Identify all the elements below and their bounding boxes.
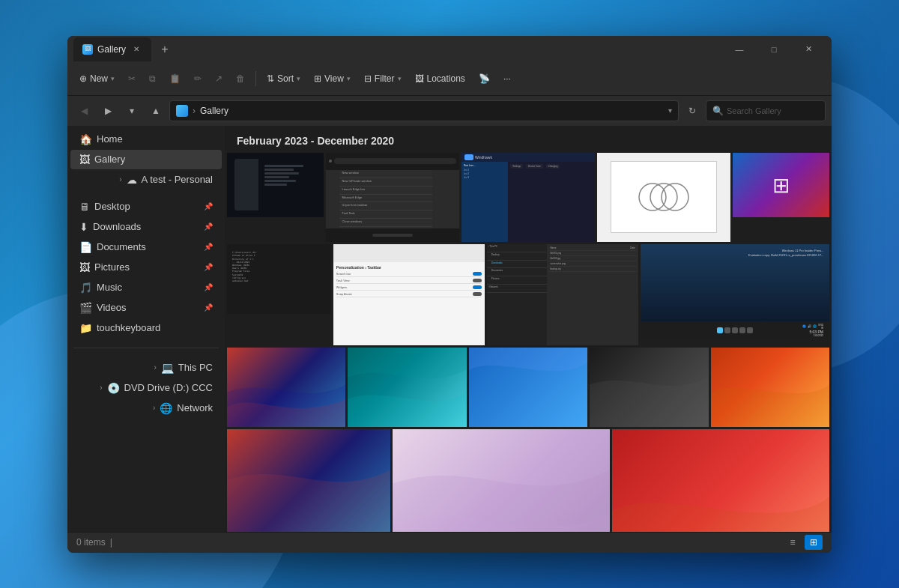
share-icon: ↗: [215, 73, 223, 84]
wallpaper-orange[interactable]: [711, 348, 829, 427]
atest-chevron-icon: ›: [119, 175, 121, 184]
sidebar-item-thispc[interactable]: › 💻 This PC: [70, 358, 222, 378]
view-button[interactable]: ⊞ View ▾: [308, 67, 357, 91]
sidebar-item-videos[interactable]: 🎬 Videos 📌: [70, 298, 222, 318]
sidebar: 🏠 Home 🖼 Gallery › ☁ A test - Personal 🖥…: [67, 126, 225, 532]
sort-icon: ⇅: [267, 73, 274, 84]
thispc-chevron-icon: ›: [154, 363, 156, 372]
sidebar-item-music[interactable]: 🎵 Music 📌: [70, 278, 222, 297]
sidebar-item-pictures[interactable]: 🖼 Pictures 📌: [70, 258, 222, 277]
minimize-button[interactable]: —: [722, 36, 757, 63]
list-view-button[interactable]: ≡: [784, 535, 802, 550]
address-input[interactable]: › Gallery ▾: [169, 100, 679, 121]
sidebar-item-home[interactable]: 🏠 Home: [70, 130, 222, 149]
network-chevron-icon: ›: [153, 404, 155, 412]
copy-icon: ⧉: [149, 73, 156, 84]
tab-close-button[interactable]: ✕: [130, 43, 142, 55]
wallpaper-row-2: [225, 429, 832, 531]
file-explorer-window: 🖼 Gallery ✕ + — □ ✕ ⊕ New ▾ ✂ ⧉ 📋 ✏: [67, 36, 832, 553]
view-label: View: [324, 73, 344, 84]
photo-item-3[interactable]: Windhawk Rate from... List 1 List 2 Li: [461, 153, 595, 242]
paste-button[interactable]: 📋: [163, 67, 187, 91]
cut-button[interactable]: ✂: [122, 67, 142, 91]
photo-item-8[interactable]: › This PC Desktop Downloads Documents Pi…: [487, 244, 638, 345]
new-button[interactable]: ⊕ New ▾: [73, 67, 121, 91]
new-tab-button[interactable]: +: [154, 39, 175, 60]
gallery-tab[interactable]: 🖼 Gallery ✕: [73, 37, 151, 61]
filter-button[interactable]: ⊟ Filter ▾: [358, 67, 408, 91]
close-button[interactable]: ✕: [791, 36, 826, 63]
content-scroll[interactable]: February 2023 - December 2020: [225, 126, 832, 532]
wallpaper-dark[interactable]: [590, 348, 708, 427]
share-button[interactable]: ↗: [209, 67, 228, 91]
grid-view-button[interactable]: ⊞: [805, 535, 823, 550]
wallpaper-red[interactable]: [612, 429, 829, 531]
back-button[interactable]: ◀: [73, 100, 94, 121]
refresh-button[interactable]: ↻: [682, 100, 703, 121]
gallery-icon: 🖼: [79, 154, 90, 166]
new-icon: ⊕: [79, 73, 87, 84]
delete-icon: 🗑: [236, 73, 245, 84]
search-box[interactable]: 🔍 Search Gallery: [706, 100, 826, 121]
network-icon-btn[interactable]: 📡: [473, 67, 496, 91]
wallpaper-blue2[interactable]: [469, 348, 587, 427]
forward-button[interactable]: ▶: [97, 100, 118, 121]
thispc-icon: 💻: [161, 362, 174, 374]
sidebar-item-atest[interactable]: › ☁ A test - Personal: [70, 170, 222, 190]
photo-item-2[interactable]: New window New InPrivate window Launch E…: [326, 153, 459, 242]
photo-item-9[interactable]: Windows 11 Pro Insider Previ... Evaluati…: [641, 244, 829, 345]
sidebar-music-label: Music: [97, 282, 122, 293]
downloads-pin-icon: 📌: [204, 222, 213, 231]
documents-pin-icon: 📌: [204, 243, 213, 251]
filter-icon: ⊟: [364, 73, 372, 84]
sidebar-item-dvd[interactable]: › 💿 DVD Drive (D:) CCC: [70, 378, 222, 398]
photo-item-4[interactable]: [597, 153, 730, 242]
sort-label: Sort: [277, 73, 294, 84]
filter-label: Filter: [375, 73, 395, 84]
videos-icon: 🎬: [79, 302, 92, 314]
locations-button[interactable]: 🖼 Locations: [409, 67, 471, 91]
sidebar-item-touchkeyboard[interactable]: 📁 touchkeyboard: [70, 318, 222, 338]
delete-button[interactable]: 🗑: [230, 67, 251, 91]
sidebar-documents-label: Documents: [97, 241, 146, 252]
recent-button[interactable]: ▾: [121, 100, 142, 121]
copy-button[interactable]: ⧉: [143, 67, 162, 91]
address-dropdown-icon[interactable]: ▾: [668, 106, 672, 115]
wallpaper-lilac[interactable]: [393, 429, 610, 531]
photo-item-6[interactable]: C:\Users\user> dir Volume in drive C Dir…: [227, 244, 331, 345]
sort-button[interactable]: ⇅ Sort ▾: [261, 67, 306, 91]
address-separator: ›: [193, 106, 196, 116]
photo-item-1[interactable]: [227, 153, 324, 242]
address-bar: ◀ ▶ ▾ ▲ › Gallery ▾ ↻ 🔍 Search Gallery: [67, 96, 832, 126]
photo-item-7[interactable]: Personalization › Taskbar Search bar Tas…: [333, 244, 485, 345]
sidebar-pictures-label: Pictures: [94, 261, 130, 273]
sidebar-thispc-label: This PC: [178, 362, 213, 373]
wallpaper-row-1: [225, 348, 832, 429]
pictures-pin-icon: 📌: [204, 263, 213, 271]
dvd-chevron-icon: ›: [100, 384, 102, 392]
sidebar-item-gallery[interactable]: 🖼 Gallery: [70, 150, 222, 169]
sidebar-atest-label: A test - Personal: [142, 174, 213, 185]
wallpaper-teal[interactable]: [348, 348, 466, 427]
svg-point-1: [650, 184, 677, 210]
home-icon: 🏠: [79, 133, 92, 145]
sidebar-gap-2: [67, 339, 225, 345]
wallpaper-blue-red2[interactable]: [227, 429, 390, 531]
rename-button[interactable]: ✏: [188, 67, 208, 91]
sidebar-item-desktop[interactable]: 🖥 Desktop 📌: [70, 197, 222, 216]
maximize-button[interactable]: □: [757, 36, 791, 63]
new-label: New: [90, 73, 108, 84]
up-button[interactable]: ▲: [145, 100, 166, 121]
wallpaper-blue-red[interactable]: [227, 348, 345, 427]
sidebar-item-downloads[interactable]: ⬇ Downloads 📌: [70, 217, 222, 237]
more-button[interactable]: ···: [497, 67, 517, 91]
locations-label: Locations: [427, 73, 465, 84]
sidebar-gap-1: [67, 190, 225, 196]
sidebar-gap-3: [67, 351, 225, 357]
sidebar-item-documents[interactable]: 📄 Documents 📌: [70, 237, 222, 257]
sidebar-dvd-label: DVD Drive (D:) CCC: [124, 382, 213, 393]
content-area: February 2023 - December 2020: [225, 126, 832, 532]
sidebar-downloads-label: Downloads: [93, 221, 141, 232]
sidebar-item-network[interactable]: › 🌐 Network: [70, 398, 222, 418]
photo-item-5[interactable]: ⊞: [733, 153, 829, 242]
